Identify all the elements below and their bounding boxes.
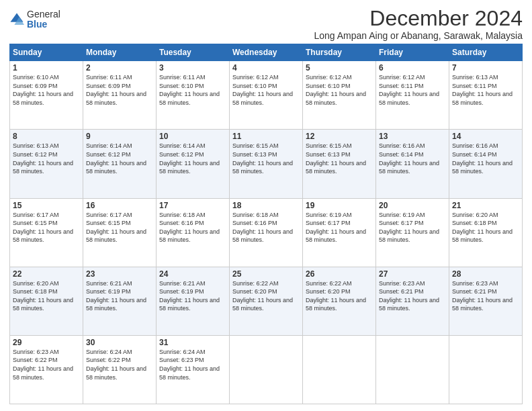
day-number: 30 xyxy=(86,338,153,347)
table-row: 2 Sunrise: 6:11 AM Sunset: 6:09 PM Dayli… xyxy=(83,61,157,130)
daylight-label: Daylight: 11 hours and 58 minutes. xyxy=(13,228,73,244)
daylight-label: Daylight: 11 hours and 58 minutes. xyxy=(159,160,220,175)
day-info: Sunrise: 6:15 AM Sunset: 6:13 PM Dayligh… xyxy=(232,142,300,175)
sunrise-label: Sunrise: 6:16 AM xyxy=(379,142,425,149)
daylight-label: Daylight: 11 hours and 58 minutes. xyxy=(452,91,513,106)
daylight-label: Daylight: 11 hours and 58 minutes. xyxy=(306,91,366,106)
sunrise-label: Sunrise: 6:13 AM xyxy=(452,74,498,81)
sunrise-label: Sunrise: 6:17 AM xyxy=(86,212,132,218)
table-row: 14 Sunrise: 6:16 AM Sunset: 6:14 PM Dayl… xyxy=(449,130,523,198)
table-row: 23 Sunrise: 6:21 AM Sunset: 6:19 PM Dayl… xyxy=(83,267,157,335)
sunrise-label: Sunrise: 6:21 AM xyxy=(86,280,132,287)
day-info: Sunrise: 6:11 AM Sunset: 6:09 PM Dayligh… xyxy=(86,73,153,107)
logo: General Blue xyxy=(9,9,60,30)
day-number: 9 xyxy=(86,132,153,141)
header-wednesday: Wednesday xyxy=(230,44,303,61)
calendar-week-1: 1 Sunrise: 6:10 AM Sunset: 6:09 PM Dayli… xyxy=(10,61,523,130)
day-info: Sunrise: 6:20 AM Sunset: 6:18 PM Dayligh… xyxy=(13,279,80,313)
day-number: 7 xyxy=(452,63,519,73)
day-number: 10 xyxy=(159,132,226,141)
sunrise-label: Sunrise: 6:21 AM xyxy=(159,280,206,287)
table-row xyxy=(449,335,523,404)
day-info: Sunrise: 6:17 AM Sunset: 6:15 PM Dayligh… xyxy=(86,211,153,244)
sunset-label: Sunset: 6:13 PM xyxy=(232,151,277,158)
day-info: Sunrise: 6:19 AM Sunset: 6:17 PM Dayligh… xyxy=(379,211,446,244)
logo-icon xyxy=(9,12,24,27)
day-number: 24 xyxy=(159,269,226,279)
sunset-label: Sunset: 6:13 PM xyxy=(306,151,351,158)
day-info: Sunrise: 6:14 AM Sunset: 6:12 PM Dayligh… xyxy=(159,142,226,175)
table-row: 4 Sunrise: 6:12 AM Sunset: 6:10 PM Dayli… xyxy=(230,61,303,130)
table-row: 18 Sunrise: 6:18 AM Sunset: 6:16 PM Dayl… xyxy=(230,198,303,267)
day-number: 26 xyxy=(306,269,373,279)
day-info: Sunrise: 6:14 AM Sunset: 6:12 PM Dayligh… xyxy=(86,142,153,175)
sunset-label: Sunset: 6:22 PM xyxy=(13,357,58,363)
sunset-label: Sunset: 6:19 PM xyxy=(159,288,204,295)
sunset-label: Sunset: 6:10 PM xyxy=(232,83,277,89)
day-number: 14 xyxy=(452,132,519,141)
day-info: Sunrise: 6:11 AM Sunset: 6:10 PM Dayligh… xyxy=(159,73,226,107)
sunrise-label: Sunrise: 6:15 AM xyxy=(232,142,279,149)
sunrise-label: Sunrise: 6:15 AM xyxy=(306,142,352,149)
day-number: 8 xyxy=(13,132,80,141)
sunrise-label: Sunrise: 6:18 AM xyxy=(232,212,279,218)
day-info: Sunrise: 6:24 AM Sunset: 6:23 PM Dayligh… xyxy=(159,348,226,381)
day-number: 20 xyxy=(379,201,446,210)
day-info: Sunrise: 6:22 AM Sunset: 6:20 PM Dayligh… xyxy=(306,279,373,313)
day-info: Sunrise: 6:18 AM Sunset: 6:16 PM Dayligh… xyxy=(232,211,300,244)
daylight-label: Daylight: 11 hours and 58 minutes. xyxy=(159,228,220,244)
day-info: Sunrise: 6:13 AM Sunset: 6:11 PM Dayligh… xyxy=(452,73,519,107)
daylight-label: Daylight: 11 hours and 58 minutes. xyxy=(379,228,439,244)
sunrise-label: Sunrise: 6:14 AM xyxy=(86,142,132,149)
table-row: 28 Sunrise: 6:23 AM Sunset: 6:21 PM Dayl… xyxy=(449,267,523,335)
day-info: Sunrise: 6:23 AM Sunset: 6:22 PM Dayligh… xyxy=(13,348,80,381)
sunset-label: Sunset: 6:10 PM xyxy=(159,83,204,89)
daylight-label: Daylight: 11 hours and 58 minutes. xyxy=(159,365,220,381)
daylight-label: Daylight: 11 hours and 58 minutes. xyxy=(86,297,146,312)
table-row: 12 Sunrise: 6:15 AM Sunset: 6:13 PM Dayl… xyxy=(303,130,376,198)
sunrise-label: Sunrise: 6:24 AM xyxy=(86,349,132,355)
day-number: 17 xyxy=(159,201,226,210)
sunset-label: Sunset: 6:20 PM xyxy=(232,288,277,295)
header-saturday: Saturday xyxy=(449,44,523,61)
day-number: 28 xyxy=(452,269,519,279)
daylight-label: Daylight: 11 hours and 58 minutes. xyxy=(379,297,439,312)
daylight-label: Daylight: 11 hours and 58 minutes. xyxy=(159,297,220,312)
sunrise-label: Sunrise: 6:23 AM xyxy=(452,280,498,287)
table-row: 7 Sunrise: 6:13 AM Sunset: 6:11 PM Dayli… xyxy=(449,61,523,130)
logo-text: General Blue xyxy=(27,9,60,30)
day-number: 23 xyxy=(86,269,153,279)
daylight-label: Daylight: 11 hours and 58 minutes. xyxy=(13,365,73,381)
day-info: Sunrise: 6:18 AM Sunset: 6:16 PM Dayligh… xyxy=(159,211,226,244)
sunrise-label: Sunrise: 6:12 AM xyxy=(232,74,279,81)
day-info: Sunrise: 6:16 AM Sunset: 6:14 PM Dayligh… xyxy=(379,142,446,175)
daylight-label: Daylight: 11 hours and 58 minutes. xyxy=(13,297,73,312)
sunrise-label: Sunrise: 6:12 AM xyxy=(379,74,425,81)
day-number: 16 xyxy=(86,201,153,210)
day-number: 6 xyxy=(379,63,446,73)
logo-blue-text: Blue xyxy=(27,19,60,30)
daylight-label: Daylight: 11 hours and 58 minutes. xyxy=(13,160,73,175)
sunrise-label: Sunrise: 6:23 AM xyxy=(13,349,59,355)
sunset-label: Sunset: 6:18 PM xyxy=(452,220,497,226)
sunrise-label: Sunrise: 6:16 AM xyxy=(452,142,498,149)
day-info: Sunrise: 6:12 AM Sunset: 6:11 PM Dayligh… xyxy=(379,73,446,107)
day-number: 4 xyxy=(232,63,300,73)
sunset-label: Sunset: 6:12 PM xyxy=(13,151,58,158)
sunset-label: Sunset: 6:11 PM xyxy=(452,83,497,89)
table-row: 15 Sunrise: 6:17 AM Sunset: 6:15 PM Dayl… xyxy=(10,198,83,267)
table-row xyxy=(303,335,376,404)
daylight-label: Daylight: 11 hours and 58 minutes. xyxy=(232,228,293,244)
table-row: 27 Sunrise: 6:23 AM Sunset: 6:21 PM Dayl… xyxy=(376,267,449,335)
sunrise-label: Sunrise: 6:19 AM xyxy=(306,212,352,218)
daylight-label: Daylight: 11 hours and 58 minutes. xyxy=(379,91,439,106)
month-title: December 2024 xyxy=(314,7,523,30)
day-number: 5 xyxy=(306,63,373,73)
table-row: 21 Sunrise: 6:20 AM Sunset: 6:18 PM Dayl… xyxy=(449,198,523,267)
header-sunday: Sunday xyxy=(10,44,83,61)
table-row: 31 Sunrise: 6:24 AM Sunset: 6:23 PM Dayl… xyxy=(157,335,230,404)
daylight-label: Daylight: 11 hours and 58 minutes. xyxy=(86,228,146,244)
daylight-label: Daylight: 11 hours and 58 minutes. xyxy=(159,91,220,106)
sunset-label: Sunset: 6:09 PM xyxy=(86,83,131,89)
calendar-week-3: 15 Sunrise: 6:17 AM Sunset: 6:15 PM Dayl… xyxy=(10,198,523,267)
